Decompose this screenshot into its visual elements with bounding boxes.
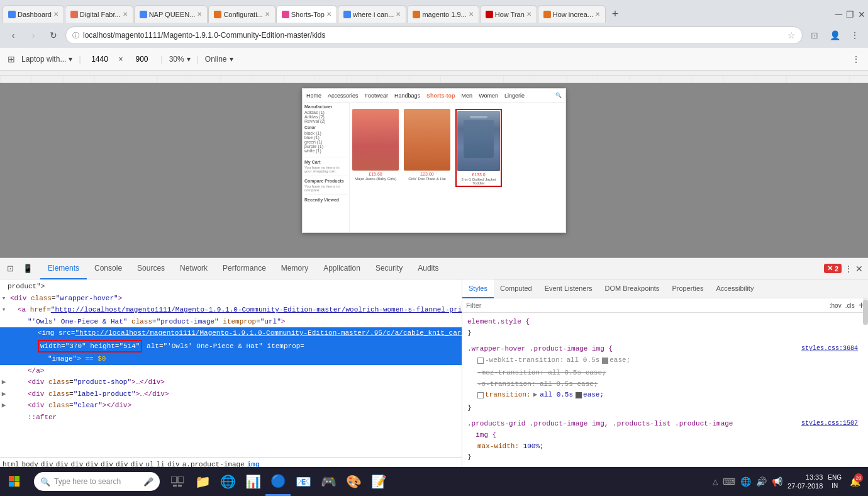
tab-close-btn[interactable]: ✕ (53, 11, 58, 18)
tab-label: How increa... (553, 11, 593, 18)
tab-dashboard[interactable]: Dashboard ✕ (3, 5, 64, 23)
html-line-selected-2[interactable]: width="370" height="514" alt="'Owls' One… (0, 339, 462, 354)
styles-content[interactable]: element.style { } .wrapper-hover .produc… (462, 313, 868, 471)
taskbar: 🔍 Type here to search 🎤 📁 🌐 📊 🔵 📧 🎮 🎨 (0, 467, 868, 496)
device-toggle-btn[interactable]: ⊞ (8, 54, 15, 64)
bookmark-icon[interactable]: ☆ (787, 30, 796, 40)
html-line[interactable]: ▾ <div class="wrapper-hover"> (0, 293, 462, 305)
tab-close-btn[interactable]: ✕ (326, 11, 331, 18)
tab-close-btn[interactable]: ✕ (197, 11, 202, 18)
tab-magento[interactable]: magento 1.9... ✕ (407, 5, 479, 23)
html-line[interactable]: ▾ <a href="http://localhost/magento1111/… (0, 304, 462, 316)
file-explorer-btn[interactable]: 📁 (190, 467, 215, 496)
tab-console[interactable]: Console (87, 258, 130, 279)
forward-btn[interactable]: › (25, 27, 42, 43)
nav-women: Women (479, 93, 498, 99)
device-mode-btn[interactable]: 📱 (20, 261, 35, 276)
task-view-btn[interactable] (165, 467, 190, 496)
language-display[interactable]: ENG IN (828, 473, 842, 490)
styles-tab-dom-breakpoints[interactable]: DOM Breakpoints (599, 279, 666, 298)
close-browser-btn[interactable]: ✕ (858, 9, 865, 20)
tab-close-btn[interactable]: ✕ (123, 11, 128, 18)
styles-tab-accessibility[interactable]: Accessibility (710, 279, 760, 298)
tab-memory[interactable]: Memory (274, 258, 316, 279)
styles-tab-event-listeners[interactable]: Event Listeners (538, 279, 599, 298)
notification-btn[interactable]: 🔔 20 (847, 473, 863, 490)
html-line-selected[interactable]: <img src="http://localhost/magento1111/M… (0, 327, 462, 339)
tab-digital-fabr[interactable]: Digital Fabr... ✕ (65, 5, 133, 23)
taskbar-up-arrow[interactable]: △ (713, 478, 718, 486)
tab-label: Dashboard (18, 11, 52, 18)
tab-elements[interactable]: Elements (40, 258, 87, 279)
html-line[interactable]: "'Owls' One-Piece & Hat" class="product-… (0, 316, 462, 328)
new-tab-button[interactable]: + (606, 5, 624, 23)
tab-close-btn[interactable]: ✕ (265, 11, 270, 18)
volume-icon[interactable]: 🔊 (756, 476, 767, 487)
tab-security[interactable]: Security (368, 258, 410, 279)
style-source-link2[interactable]: styles.css:1507 (801, 419, 858, 441)
styles-tab-properties[interactable]: Properties (665, 279, 709, 298)
excel-btn[interactable]: 📊 (240, 467, 265, 496)
tab-application[interactable]: Application (316, 258, 368, 279)
html-content[interactable]: product"> ▾ <div class="wrapper-hover"> … (0, 279, 462, 457)
photoshop-btn[interactable]: 🎨 (341, 467, 366, 496)
width-input[interactable] (87, 55, 113, 64)
styles-filter-input[interactable] (466, 302, 826, 309)
tab-close-btn[interactable]: ✕ (396, 11, 401, 18)
device-preset-select[interactable]: Laptop with... ▾ (21, 55, 72, 64)
tab-how-tran[interactable]: How Tran ✕ (480, 5, 537, 23)
profile-btn[interactable]: 👤 (826, 27, 843, 43)
chrome-btn[interactable]: 🔵 (265, 467, 291, 496)
online-select[interactable]: Online ▾ (205, 55, 233, 64)
tab-sources[interactable]: Sources (130, 258, 172, 279)
edge-btn[interactable]: 🌐 (215, 467, 240, 496)
style-source-link[interactable]: styles.css:3684 (801, 344, 858, 355)
tab-close-btn[interactable]: ✕ (595, 11, 600, 18)
app6-btn[interactable]: 🎮 (316, 467, 341, 496)
tab-nap-queen[interactable]: NAP QUEEN... ✕ (134, 5, 208, 23)
html-line[interactable]: product"> (0, 281, 462, 293)
tab-audits[interactable]: Audits (410, 258, 446, 279)
tab-network[interactable]: Network (172, 258, 215, 279)
notes-btn[interactable]: 📝 (366, 467, 391, 496)
tab-close-btn[interactable]: ✕ (469, 11, 474, 18)
devtools-close-btn[interactable]: ✕ (855, 264, 863, 274)
pseudo-cls-btn[interactable]: .cls (845, 302, 855, 309)
outlook-btn[interactable]: 📧 (291, 467, 316, 496)
inspect-element-btn[interactable]: ⊡ (3, 261, 18, 276)
styles-tab-styles[interactable]: Styles (462, 279, 494, 298)
html-line[interactable]: ▶ <div class="label-product">…</div> (0, 388, 462, 400)
devtools-more-btn[interactable]: ⋮ (844, 264, 853, 274)
tab-close-btn[interactable]: ✕ (526, 11, 531, 18)
tab-performance[interactable]: Performance (215, 258, 274, 279)
html-line[interactable]: ▶ <div class="clear"></div> (0, 400, 462, 412)
tab-shorts-top[interactable]: Shorts-Top ✕ (276, 5, 337, 23)
styles-tab-computed[interactable]: Computed (494, 279, 538, 298)
reload-btn[interactable]: ↻ (45, 27, 62, 43)
speaker-icon[interactable]: 📢 (772, 476, 782, 487)
chrome-menu-btn[interactable]: ⋮ (847, 27, 863, 43)
tab-favicon (8, 11, 16, 18)
network-icon[interactable]: 🌐 (740, 476, 751, 487)
clock-display[interactable]: 13:33 27-07-2018 (787, 473, 823, 491)
styles-scrollbar[interactable] (863, 298, 868, 325)
html-line[interactable]: ▶ <div class="product-shop">…</div> (0, 376, 462, 388)
html-line-selected-3[interactable]: "image"> == $0 (0, 353, 462, 365)
pseudo-hov-btn[interactable]: :hov (830, 302, 842, 309)
url-bar[interactable]: ⓘ localhost/magento1111/Magento-1.9.1.0-… (65, 26, 803, 44)
zoom-select[interactable]: 30% ▾ (169, 55, 191, 64)
keyboard-icon[interactable]: ⌨ (723, 476, 735, 487)
taskbar-search-box[interactable]: 🔍 Type here to search 🎤 (34, 472, 160, 491)
tab-where-i-can[interactable]: where i can... ✕ (338, 5, 406, 23)
cast-btn[interactable]: ⊡ (806, 27, 823, 43)
html-line[interactable]: </a> (0, 365, 462, 377)
height-input[interactable] (130, 55, 155, 64)
back-btn[interactable]: ‹ (5, 27, 21, 43)
minimize-btn[interactable]: ─ (835, 9, 842, 20)
tab-how-increa[interactable]: How increa... ✕ (538, 5, 606, 23)
html-line[interactable]: ::after (0, 412, 462, 424)
maximize-btn[interactable]: ❐ (846, 9, 854, 20)
start-button[interactable] (0, 467, 29, 496)
more-options-btn[interactable]: ⋮ (852, 54, 860, 64)
tab-configurati[interactable]: Configurati... ✕ (208, 5, 275, 23)
